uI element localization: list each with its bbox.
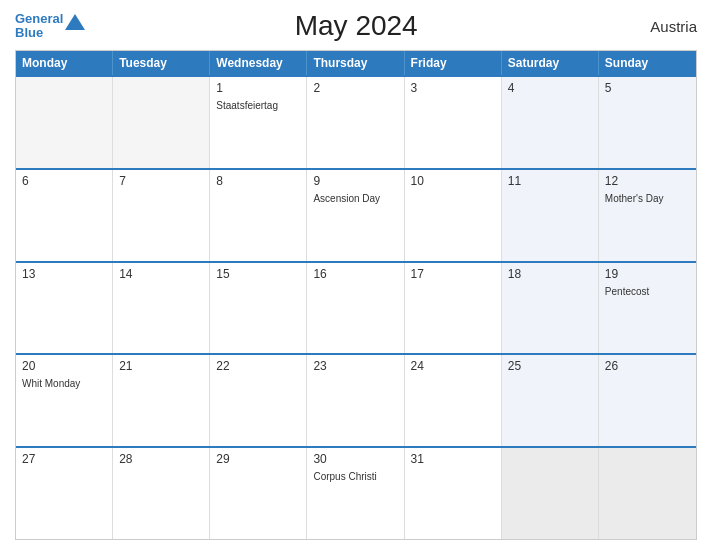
day-event: Ascension Day bbox=[313, 192, 397, 205]
cal-cell-2-4: 17 bbox=[405, 263, 502, 354]
day-number: 3 bbox=[411, 81, 495, 95]
day-number: 19 bbox=[605, 267, 690, 281]
header-day-thursday: Thursday bbox=[307, 51, 404, 75]
logo-blue: Blue bbox=[15, 25, 43, 40]
cal-cell-2-1: 14 bbox=[113, 263, 210, 354]
day-number: 5 bbox=[605, 81, 690, 95]
day-event: Mother's Day bbox=[605, 192, 690, 205]
cal-cell-4-6 bbox=[599, 448, 696, 539]
cal-cell-2-3: 16 bbox=[307, 263, 404, 354]
week-row-2: 13141516171819Pentecost bbox=[16, 261, 696, 354]
day-number: 1 bbox=[216, 81, 300, 95]
cal-cell-0-0 bbox=[16, 77, 113, 168]
day-number: 23 bbox=[313, 359, 397, 373]
cal-cell-3-0: 20Whit Monday bbox=[16, 355, 113, 446]
cal-cell-2-0: 13 bbox=[16, 263, 113, 354]
cal-cell-3-5: 25 bbox=[502, 355, 599, 446]
week-row-3: 20Whit Monday212223242526 bbox=[16, 353, 696, 446]
day-number: 8 bbox=[216, 174, 300, 188]
header-day-monday: Monday bbox=[16, 51, 113, 75]
country-label: Austria bbox=[627, 18, 697, 35]
day-number: 17 bbox=[411, 267, 495, 281]
cal-cell-1-0: 6 bbox=[16, 170, 113, 261]
cal-cell-1-1: 7 bbox=[113, 170, 210, 261]
header-day-wednesday: Wednesday bbox=[210, 51, 307, 75]
cal-cell-4-2: 29 bbox=[210, 448, 307, 539]
header: General Blue May 2024 Austria bbox=[15, 10, 697, 42]
day-number: 22 bbox=[216, 359, 300, 373]
week-row-1: 6789Ascension Day101112Mother's Day bbox=[16, 168, 696, 261]
day-number: 24 bbox=[411, 359, 495, 373]
day-number: 18 bbox=[508, 267, 592, 281]
day-number: 4 bbox=[508, 81, 592, 95]
cal-cell-0-5: 4 bbox=[502, 77, 599, 168]
logo-triangle-icon bbox=[65, 14, 85, 30]
calendar: MondayTuesdayWednesdayThursdayFridaySatu… bbox=[15, 50, 697, 540]
day-number: 28 bbox=[119, 452, 203, 466]
calendar-header: MondayTuesdayWednesdayThursdayFridaySatu… bbox=[16, 51, 696, 75]
cal-cell-0-6: 5 bbox=[599, 77, 696, 168]
day-number: 14 bbox=[119, 267, 203, 281]
cal-cell-4-1: 28 bbox=[113, 448, 210, 539]
day-number: 16 bbox=[313, 267, 397, 281]
cal-cell-3-6: 26 bbox=[599, 355, 696, 446]
week-row-0: 1Staatsfeiertag2345 bbox=[16, 75, 696, 168]
calendar-title: May 2024 bbox=[85, 10, 627, 42]
logo: General Blue bbox=[15, 12, 85, 41]
header-day-friday: Friday bbox=[405, 51, 502, 75]
day-event: Pentecost bbox=[605, 285, 690, 298]
cal-cell-1-3: 9Ascension Day bbox=[307, 170, 404, 261]
day-event: Whit Monday bbox=[22, 377, 106, 390]
cal-cell-1-6: 12Mother's Day bbox=[599, 170, 696, 261]
logo-wrapper: General Blue bbox=[15, 12, 85, 41]
day-number: 27 bbox=[22, 452, 106, 466]
day-event: Staatsfeiertag bbox=[216, 99, 300, 112]
calendar-body: 1Staatsfeiertag23456789Ascension Day1011… bbox=[16, 75, 696, 539]
day-event: Corpus Christi bbox=[313, 470, 397, 483]
cal-cell-2-6: 19Pentecost bbox=[599, 263, 696, 354]
logo-top: General Blue bbox=[15, 12, 85, 41]
day-number: 13 bbox=[22, 267, 106, 281]
day-number: 29 bbox=[216, 452, 300, 466]
cal-cell-4-0: 27 bbox=[16, 448, 113, 539]
cal-cell-3-3: 23 bbox=[307, 355, 404, 446]
day-number: 2 bbox=[313, 81, 397, 95]
cal-cell-0-4: 3 bbox=[405, 77, 502, 168]
week-row-4: 27282930Corpus Christi31 bbox=[16, 446, 696, 539]
cal-cell-4-3: 30Corpus Christi bbox=[307, 448, 404, 539]
day-number: 10 bbox=[411, 174, 495, 188]
day-number: 20 bbox=[22, 359, 106, 373]
page: General Blue May 2024 Austria MondayTues… bbox=[0, 0, 712, 550]
cal-cell-3-2: 22 bbox=[210, 355, 307, 446]
header-day-tuesday: Tuesday bbox=[113, 51, 210, 75]
day-number: 26 bbox=[605, 359, 690, 373]
day-number: 12 bbox=[605, 174, 690, 188]
day-number: 25 bbox=[508, 359, 592, 373]
header-day-sunday: Sunday bbox=[599, 51, 696, 75]
day-number: 30 bbox=[313, 452, 397, 466]
day-number: 15 bbox=[216, 267, 300, 281]
day-number: 7 bbox=[119, 174, 203, 188]
cal-cell-3-4: 24 bbox=[405, 355, 502, 446]
day-number: 6 bbox=[22, 174, 106, 188]
cal-cell-4-4: 31 bbox=[405, 448, 502, 539]
cal-cell-0-3: 2 bbox=[307, 77, 404, 168]
cal-cell-0-1 bbox=[113, 77, 210, 168]
logo-text: General Blue bbox=[15, 12, 63, 41]
day-number: 11 bbox=[508, 174, 592, 188]
cal-cell-2-5: 18 bbox=[502, 263, 599, 354]
cal-cell-3-1: 21 bbox=[113, 355, 210, 446]
cal-cell-1-4: 10 bbox=[405, 170, 502, 261]
day-number: 31 bbox=[411, 452, 495, 466]
cal-cell-1-5: 11 bbox=[502, 170, 599, 261]
cal-cell-0-2: 1Staatsfeiertag bbox=[210, 77, 307, 168]
cal-cell-2-2: 15 bbox=[210, 263, 307, 354]
day-number: 9 bbox=[313, 174, 397, 188]
logo-general: General bbox=[15, 11, 63, 26]
cal-cell-1-2: 8 bbox=[210, 170, 307, 261]
header-day-saturday: Saturday bbox=[502, 51, 599, 75]
cal-cell-4-5 bbox=[502, 448, 599, 539]
day-number: 21 bbox=[119, 359, 203, 373]
